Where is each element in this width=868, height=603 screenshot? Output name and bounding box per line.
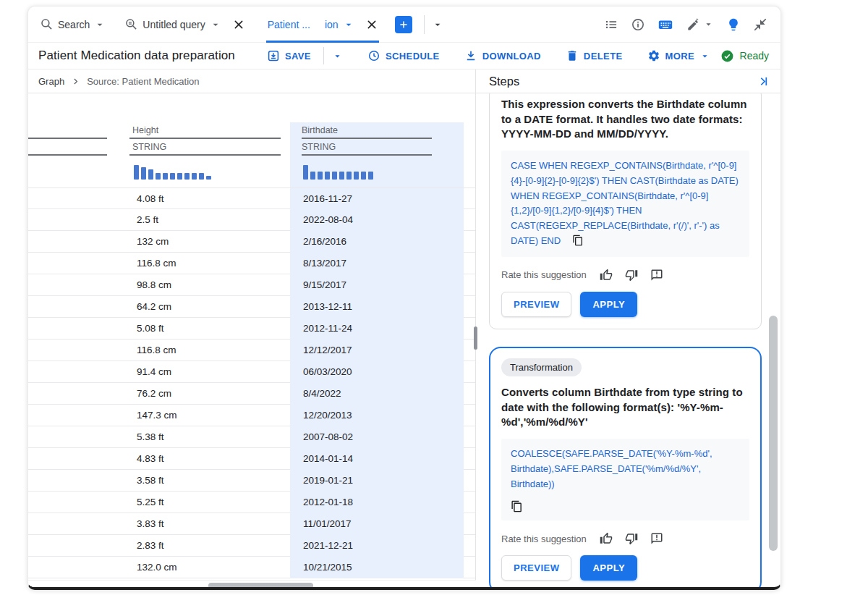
- birthdate-cell[interactable]: 9/15/2017: [290, 274, 464, 296]
- birthdate-cell[interactable]: 2013-12-11: [290, 296, 464, 318]
- table-row[interactable]: 5.25 ft2012-01-18: [28, 492, 475, 513]
- birthdate-cell[interactable]: 06/03/2020: [290, 361, 464, 383]
- height-cell[interactable]: 4.08 ft: [129, 188, 290, 210]
- save-button[interactable]: SAVE: [267, 47, 343, 64]
- birthdate-cell[interactable]: 10/21/2015: [290, 557, 464, 578]
- apply-button[interactable]: APPLY: [580, 292, 637, 317]
- save-dropdown-chevron-icon[interactable]: [332, 51, 343, 62]
- horizontal-scrollbar[interactable]: [28, 580, 476, 590]
- birthdate-cell[interactable]: 12/12/2017: [290, 340, 464, 361]
- table-row[interactable]: 4.83 ft2014-01-14: [28, 448, 475, 470]
- height-cell[interactable]: 116.8 cm: [129, 340, 290, 361]
- histogram-bar[interactable]: [199, 173, 204, 180]
- height-cell[interactable]: 116.8 cm: [129, 253, 290, 274]
- histogram-bar[interactable]: [156, 173, 161, 180]
- histogram-bar[interactable]: [134, 165, 139, 180]
- tab-overflow-chevron-icon[interactable]: [432, 19, 443, 30]
- height-cell[interactable]: 2.5 ft: [129, 209, 290, 231]
- table-row[interactable]: 116.8 cm12/12/2017: [28, 340, 475, 361]
- histogram-bar[interactable]: [361, 172, 366, 180]
- close-icon[interactable]: [233, 19, 244, 30]
- height-cell[interactable]: 147.3 cm: [129, 405, 290, 426]
- schedule-button[interactable]: SCHEDULE: [367, 49, 440, 62]
- birthdate-cell[interactable]: 2012-01-18: [290, 492, 464, 513]
- histogram-bar[interactable]: [163, 173, 168, 180]
- search-menu[interactable]: Search: [40, 17, 106, 31]
- table-row[interactable]: 5.38 ft2007-08-02: [28, 426, 475, 448]
- table-row[interactable]: 147.3 cm12/20/2013: [28, 405, 475, 426]
- info-icon[interactable]: [631, 17, 645, 32]
- thumb-down-icon[interactable]: [625, 532, 638, 545]
- birthdate-cell[interactable]: 2022-08-04: [290, 209, 464, 231]
- height-cell[interactable]: 2.83 ft: [129, 535, 290, 557]
- thumb-down-icon[interactable]: [625, 269, 638, 282]
- table-row[interactable]: 3.58 ft2019-01-21: [28, 470, 475, 492]
- histogram-bar[interactable]: [368, 172, 373, 180]
- breadcrumb-source[interactable]: Source: Patient Medication: [87, 76, 199, 87]
- histogram-bar[interactable]: [332, 172, 337, 180]
- preview-button[interactable]: PREVIEW: [501, 292, 571, 317]
- apply-button[interactable]: APPLY: [580, 555, 637, 581]
- feedback-icon[interactable]: [650, 532, 663, 545]
- height-cell[interactable]: 98.8 cm: [129, 274, 290, 296]
- feedback-icon[interactable]: [650, 269, 663, 282]
- header-cell-birthdate[interactable]: Birthdate STRING: [290, 122, 464, 187]
- table-vertical-scrollbar-thumb[interactable]: [474, 326, 477, 350]
- more-button[interactable]: MORE: [647, 49, 711, 62]
- collapse-panel-icon[interactable]: [757, 75, 770, 88]
- height-cell[interactable]: 3.83 ft: [129, 513, 290, 535]
- table-row[interactable]: 76.2 cm8/4/2022: [28, 383, 475, 405]
- birthdate-cell[interactable]: 11/01/2017: [290, 513, 464, 535]
- histogram-bar[interactable]: [354, 172, 359, 180]
- keyboard-icon[interactable]: [658, 17, 673, 33]
- birthdate-cell[interactable]: 2016-11-27: [290, 188, 464, 210]
- table-row[interactable]: 132.0 cm10/21/2015: [28, 557, 475, 578]
- height-cell[interactable]: 5.38 ft: [129, 426, 290, 448]
- height-cell[interactable]: 64.2 cm: [129, 296, 290, 318]
- height-cell[interactable]: 76.2 cm: [129, 383, 290, 405]
- delete-button[interactable]: DELETE: [566, 49, 623, 62]
- histogram-bar[interactable]: [303, 165, 308, 180]
- table-row[interactable]: 64.2 cm2013-12-11: [28, 296, 475, 318]
- horizontal-scrollbar-thumb[interactable]: [208, 583, 313, 589]
- birthdate-cell[interactable]: 2021-12-21: [290, 535, 464, 557]
- table-row[interactable]: 2.83 ft2021-12-21: [28, 535, 475, 557]
- table-row[interactable]: 91.4 cm06/03/2020: [28, 361, 475, 383]
- new-tab-button[interactable]: [395, 16, 412, 33]
- histogram-bar[interactable]: [318, 172, 323, 180]
- birthdate-cell[interactable]: 2019-01-21: [290, 470, 464, 492]
- histogram-bar[interactable]: [206, 176, 211, 180]
- histogram-bar[interactable]: [192, 173, 197, 180]
- birthdate-cell[interactable]: 2007-08-02: [290, 426, 464, 448]
- birthdate-cell[interactable]: 8/4/2022: [290, 383, 464, 405]
- histogram-bar[interactable]: [141, 167, 146, 180]
- histogram-bar[interactable]: [148, 169, 153, 180]
- table-row[interactable]: 4.08 ft2016-11-27: [28, 187, 475, 209]
- histogram-bar[interactable]: [325, 172, 330, 180]
- histogram-bar[interactable]: [310, 172, 315, 180]
- height-cell[interactable]: 3.58 ft: [129, 470, 290, 492]
- magic-pen-menu[interactable]: [686, 17, 714, 32]
- height-cell[interactable]: 91.4 cm: [129, 361, 290, 383]
- height-cell[interactable]: 5.25 ft: [129, 492, 290, 513]
- table-row[interactable]: 116.8 cm8/13/2017: [28, 253, 475, 274]
- thumb-up-icon[interactable]: [600, 269, 613, 282]
- download-button[interactable]: DOWNLOAD: [464, 49, 541, 62]
- close-icon[interactable]: [366, 19, 378, 30]
- table-row[interactable]: 3.83 ft11/01/2017: [28, 513, 475, 535]
- histogram-bar[interactable]: [170, 173, 175, 180]
- header-cell-height[interactable]: Height STRING: [129, 122, 290, 187]
- birthdate-cell[interactable]: 2/16/2016: [290, 231, 464, 253]
- lightbulb-icon[interactable]: [726, 17, 741, 32]
- height-cell[interactable]: 5.08 ft: [129, 318, 290, 340]
- copy-icon[interactable]: [511, 500, 740, 513]
- table-row[interactable]: 5.08 ft2012-11-24: [28, 318, 475, 340]
- table-row[interactable]: 98.8 cm9/15/2017: [28, 274, 475, 296]
- tab-untitled-query[interactable]: Untitled query: [124, 17, 244, 31]
- histogram-bar[interactable]: [339, 172, 344, 180]
- histogram-bar[interactable]: [184, 173, 190, 180]
- histogram-bar[interactable]: [177, 173, 182, 180]
- list-icon[interactable]: [604, 17, 618, 32]
- birthdate-cell[interactable]: 8/13/2017: [290, 253, 464, 274]
- birthdate-cell[interactable]: 2014-01-14: [290, 448, 464, 470]
